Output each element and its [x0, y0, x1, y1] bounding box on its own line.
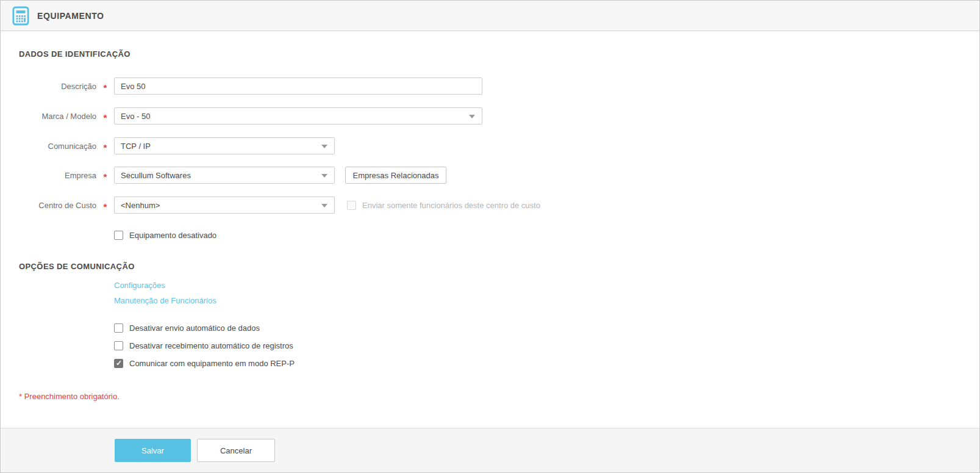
descricao-row: Descrição * — [19, 78, 482, 95]
chevron-down-icon — [321, 145, 327, 148]
manutencao-funcionarios-link[interactable]: Manutenção de Funcionários — [114, 296, 216, 305]
empresas-relacionadas-button[interactable]: Empresas Relacionadas — [345, 167, 446, 184]
save-button[interactable]: Salvar — [115, 439, 191, 462]
desativar-envio-option: Desativar envio automático de dados — [114, 323, 260, 333]
comunicacao-row: Comunicação * TCP / IP — [19, 137, 335, 154]
marca-modelo-select[interactable]: Evo - 50 — [114, 107, 482, 125]
required-asterisk: * — [96, 109, 114, 123]
modo-rep-p-label[interactable]: Comunicar com equipamento em modo REP-P — [129, 359, 295, 368]
enviar-somente-funcionarios-checkbox — [347, 201, 356, 210]
section-title-opcoes-comunicacao: OPÇÕES DE COMUNICAÇÃO — [19, 262, 135, 271]
equipamento-desativado-option: Equipamento desativado — [114, 231, 216, 240]
empresa-label: Empresa — [19, 171, 96, 180]
desativar-recebimento-label[interactable]: Desativar recebimento automático de regi… — [129, 341, 293, 350]
equipamento-desativado-label[interactable]: Equipamento desativado — [129, 231, 216, 240]
modo-rep-p-option: Comunicar com equipamento em modo REP-P — [114, 359, 295, 368]
descricao-input[interactable] — [114, 78, 482, 95]
centro-custo-row: Centro de Custo * <Nenhum> Enviar soment… — [19, 197, 540, 214]
section-title-dados-identificacao: DADOS DE IDENTIFICAÇÃO — [19, 49, 131, 59]
desativar-envio-checkbox[interactable] — [114, 323, 123, 333]
marca-modelo-label: Marca / Modelo — [19, 112, 96, 121]
equipamento-page: EQUIPAMENTO DADOS DE IDENTIFICAÇÃO Descr… — [0, 0, 980, 473]
required-asterisk: * — [96, 139, 114, 153]
comunicacao-select[interactable]: TCP / IP — [114, 137, 335, 154]
required-asterisk: * — [96, 79, 114, 93]
page-header: EQUIPAMENTO — [1, 1, 979, 31]
comunicacao-label: Comunicação — [19, 142, 96, 151]
required-asterisk: * — [96, 168, 114, 182]
marca-modelo-selected-value: Evo - 50 — [121, 112, 150, 121]
required-asterisk: * — [96, 198, 114, 212]
equipamento-desativado-checkbox[interactable] — [114, 231, 123, 240]
centro-custo-label: Centro de Custo — [19, 201, 96, 210]
cancel-button[interactable]: Cancelar — [197, 439, 275, 462]
enviar-somente-funcionarios-option: Enviar somente funcionários deste centro… — [347, 201, 540, 210]
comunicacao-selected-value: TCP / IP — [121, 142, 151, 151]
footer-action-bar: Salvar Cancelar — [1, 428, 979, 472]
desativar-envio-label[interactable]: Desativar envio automático de dados — [129, 323, 260, 333]
chevron-down-icon — [321, 204, 327, 208]
centro-custo-select[interactable]: <Nenhum> — [114, 197, 335, 214]
empresa-selected-value: Secullum Softwares — [121, 171, 191, 180]
chevron-down-icon — [469, 115, 475, 118]
desativar-recebimento-checkbox[interactable] — [114, 341, 123, 350]
required-fields-note: * Preenchimento obrigatório. — [19, 392, 120, 401]
modo-rep-p-checkbox[interactable] — [114, 359, 123, 368]
configuracoes-link[interactable]: Configurações — [114, 281, 165, 290]
empresa-select[interactable]: Secullum Softwares — [114, 167, 335, 184]
enviar-somente-funcionarios-label: Enviar somente funcionários deste centro… — [362, 201, 540, 210]
marca-modelo-row: Marca / Modelo * Evo - 50 — [19, 107, 482, 125]
calculator-equipment-icon — [12, 6, 29, 26]
chevron-down-icon — [321, 174, 327, 178]
centro-custo-selected-value: <Nenhum> — [121, 201, 160, 210]
empresa-row: Empresa * Secullum Softwares Empresas Re… — [19, 167, 446, 184]
desativar-recebimento-option: Desativar recebimento automático de regi… — [114, 341, 293, 350]
page-title: EQUIPAMENTO — [37, 11, 104, 21]
descricao-label: Descrição — [19, 82, 96, 91]
